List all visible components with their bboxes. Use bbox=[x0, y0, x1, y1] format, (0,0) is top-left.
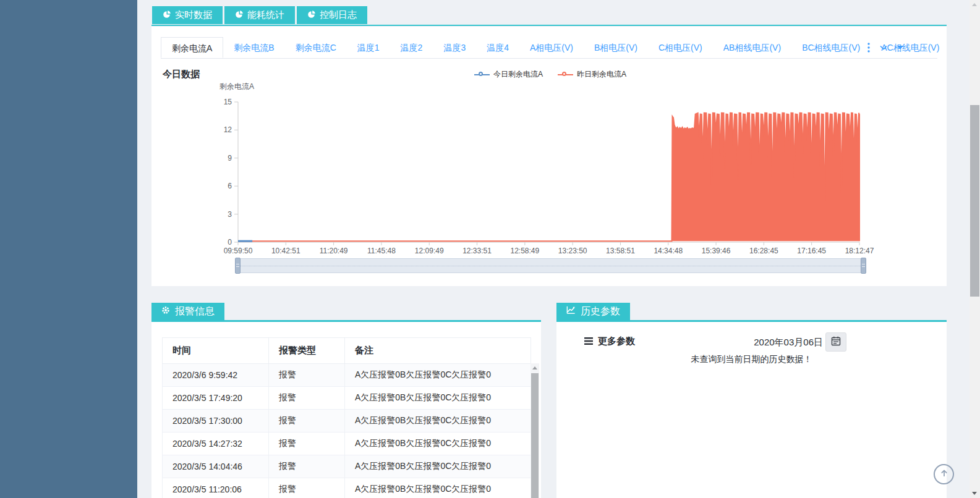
table-row: 2020/3/5 17:49:20报警A欠压报警0B欠压报警0C欠压报警0 bbox=[163, 387, 531, 410]
history-section-header: 历史参数 bbox=[556, 303, 630, 320]
datazoom-midline bbox=[238, 266, 863, 266]
date-picker-button[interactable] bbox=[825, 332, 846, 352]
tab-B相电压(V)[interactable]: B相电压(V) bbox=[584, 37, 648, 58]
caret-down-icon[interactable] bbox=[897, 46, 903, 49]
pie-chart-icon bbox=[307, 10, 315, 20]
table-cell: A欠压报警0B欠压报警0C欠压报警0 bbox=[345, 433, 531, 455]
svg-text:12: 12 bbox=[224, 125, 232, 134]
scroll-up-arrow-icon[interactable] bbox=[532, 366, 537, 369]
svg-text:12:58:49: 12:58:49 bbox=[510, 247, 539, 255]
alarm-section-header: 报警信息 bbox=[151, 303, 224, 320]
svg-text:18:12:47: 18:12:47 bbox=[845, 247, 874, 255]
alarm-scrollbar-thumb[interactable] bbox=[531, 373, 539, 498]
control-log-button[interactable]: 控制日志 bbox=[297, 6, 367, 24]
datazoom-left-handle[interactable] bbox=[235, 258, 241, 274]
svg-text:17:16:45: 17:16:45 bbox=[797, 247, 826, 255]
table-cell: 2020/3/5 14:27:32 bbox=[163, 433, 269, 455]
page-scrollbar[interactable] bbox=[969, 0, 980, 498]
tab-温度1[interactable]: 温度1 bbox=[347, 37, 390, 58]
scroll-down-arrow-icon[interactable] bbox=[972, 492, 977, 495]
svg-text:10:42:51: 10:42:51 bbox=[271, 247, 300, 255]
table-cell: 报警 bbox=[269, 387, 345, 410]
svg-text:14:34:48: 14:34:48 bbox=[654, 247, 683, 255]
realtime-data-button[interactable]: 实时数据 bbox=[152, 6, 223, 24]
alarm-section-body: 时间报警类型备注 2020/3/6 9:59:42报警A欠压报警0B欠压报警0C… bbox=[151, 322, 541, 498]
table-cell: A欠压报警0B欠压报警0C欠压报警0 bbox=[345, 364, 531, 387]
tab-剩余电流B[interactable]: 剩余电流B bbox=[223, 37, 284, 58]
history-section: 历史参数 更多参数 2020年03月06日 未查询到当前日期的历史数据！ bbox=[556, 300, 947, 498]
page-scrollbar-thumb[interactable] bbox=[970, 105, 979, 297]
tab-AB相线电压(V)[interactable]: AB相线电压(V) bbox=[713, 37, 791, 58]
alarm-table-wrap: 时间报警类型备注 2020/3/6 9:59:42报警A欠压报警0B欠压报警0C… bbox=[162, 337, 539, 498]
table-cell: 报警 bbox=[269, 455, 345, 478]
nav-button-label: 实时数据 bbox=[175, 9, 212, 21]
nav-button-label: 控制日志 bbox=[320, 9, 357, 21]
more-params-label: 更多参数 bbox=[598, 336, 635, 347]
chart-svg[interactable]: 剩余电流A0369121509:59:5010:42:5111:20:4911:… bbox=[151, 59, 947, 287]
table-cell: A欠压报警0B欠压报警0C欠压报警0 bbox=[345, 455, 531, 478]
tab-温度2[interactable]: 温度2 bbox=[390, 37, 433, 58]
alarm-column-header: 备注 bbox=[345, 338, 531, 364]
svg-text:15: 15 bbox=[224, 98, 232, 106]
table-cell: 报警 bbox=[269, 410, 345, 433]
svg-text:0: 0 bbox=[228, 238, 232, 247]
svg-text:9: 9 bbox=[228, 154, 232, 162]
svg-text:3: 3 bbox=[228, 210, 232, 219]
tab-BC相线电压(V)[interactable]: BC相线电压(V) bbox=[791, 37, 871, 58]
vertical-ellipsis-icon[interactable] bbox=[867, 43, 870, 53]
table-cell: 2020/3/5 17:49:20 bbox=[163, 387, 269, 410]
table-row: 2020/3/5 17:30:00报警A欠压报警0B欠压报警0C欠压报警0 bbox=[163, 410, 531, 433]
tab-A相电压(V)[interactable]: A相电压(V) bbox=[519, 37, 584, 58]
alarm-section: 报警信息 时间报警类型备注 2020/3/6 9:59:42报警A欠压报警0B欠… bbox=[151, 300, 541, 498]
accent-divider bbox=[151, 25, 947, 26]
alarm-table-scrollbar[interactable] bbox=[530, 363, 539, 498]
tab-C相电压(V)[interactable]: C相电压(V) bbox=[648, 37, 713, 58]
svg-text:6: 6 bbox=[228, 182, 232, 190]
metric-tab-bar: 剩余电流A剩余电流B剩余电流C温度1温度2温度3温度4A相电压(V)B相电压(V… bbox=[161, 37, 937, 59]
nav-button-label: 能耗统计 bbox=[247, 9, 284, 21]
alarm-column-header: 时间 bbox=[163, 338, 269, 364]
pie-chart-icon bbox=[163, 10, 171, 20]
hamburger-icon bbox=[584, 336, 593, 347]
more-params-button[interactable]: 更多参数 bbox=[584, 336, 635, 347]
energy-stats-button[interactable]: 能耗统计 bbox=[224, 6, 295, 24]
table-row: 2020/3/5 11:20:06报警A欠压报警0B欠压报警0C欠压报警0 bbox=[163, 478, 531, 498]
datazoom-right-handle[interactable] bbox=[861, 258, 866, 274]
tab-bar-controls bbox=[867, 43, 903, 53]
svg-text:剩余电流A: 剩余电流A bbox=[219, 82, 254, 91]
table-cell: 报警 bbox=[269, 364, 345, 387]
table-cell: A欠压报警0B欠压报警0C欠压报警0 bbox=[345, 387, 531, 410]
history-section-body: 更多参数 2020年03月06日 未查询到当前日期的历史数据！ bbox=[556, 322, 947, 498]
line-chart-icon bbox=[566, 306, 576, 317]
gear-icon bbox=[161, 306, 170, 317]
tab-温度4[interactable]: 温度4 bbox=[476, 37, 519, 58]
svg-text:13:23:50: 13:23:50 bbox=[558, 247, 587, 255]
svg-text:15:39:46: 15:39:46 bbox=[702, 247, 731, 255]
alarm-table-header-row: 时间报警类型备注 bbox=[163, 338, 531, 364]
table-row: 2020/3/5 14:27:32报警A欠压报警0B欠压报警0C欠压报警0 bbox=[163, 433, 531, 455]
scroll-up-arrow-icon[interactable] bbox=[972, 3, 977, 6]
alarm-column-header: 报警类型 bbox=[269, 338, 345, 364]
tab-剩余电流C[interactable]: 剩余电流C bbox=[285, 37, 347, 58]
back-to-top-button[interactable] bbox=[934, 464, 954, 484]
chevron-down-icon[interactable] bbox=[880, 45, 887, 50]
datazoom-slider[interactable] bbox=[237, 258, 864, 273]
svg-text:11:45:48: 11:45:48 bbox=[367, 247, 396, 255]
table-cell: 报警 bbox=[269, 433, 345, 455]
chart-area: 今日数据 今日剩余电流A昨日剩余电流A 剩余电流A0369121509:59:5… bbox=[151, 59, 947, 286]
history-section-title: 历史参数 bbox=[581, 305, 620, 318]
pie-chart-icon bbox=[235, 10, 243, 20]
svg-text:13:58:51: 13:58:51 bbox=[606, 247, 635, 255]
svg-text:09:59:50: 09:59:50 bbox=[224, 247, 253, 255]
left-sidebar bbox=[0, 0, 137, 498]
alarm-table-body: 2020/3/6 9:59:42报警A欠压报警0B欠压报警0C欠压报警02020… bbox=[163, 364, 531, 498]
tab-温度3[interactable]: 温度3 bbox=[433, 37, 476, 58]
history-empty-message: 未查询到当前日期的历史数据！ bbox=[556, 354, 947, 365]
table-cell: 报警 bbox=[269, 478, 345, 498]
svg-text:12:09:49: 12:09:49 bbox=[415, 247, 444, 255]
top-nav: 实时数据 能耗统计 控制日志 bbox=[152, 6, 369, 24]
svg-text:16:28:45: 16:28:45 bbox=[749, 247, 778, 255]
table-row: 2020/3/6 9:59:42报警A欠压报警0B欠压报警0C欠压报警0 bbox=[163, 364, 531, 387]
tab-剩余电流A[interactable]: 剩余电流A bbox=[161, 37, 223, 58]
table-cell: 2020/3/6 9:59:42 bbox=[163, 364, 269, 387]
